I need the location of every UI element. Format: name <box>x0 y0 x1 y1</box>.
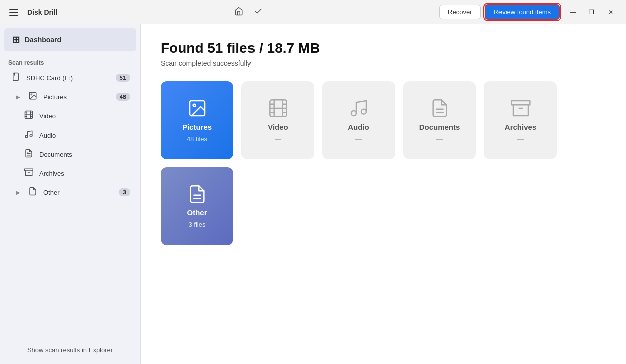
review-found-items-button[interactable]: Review found items <box>485 4 560 20</box>
video-card-count: — <box>275 135 281 143</box>
sidebar-item-video[interactable]: Video <box>2 106 138 126</box>
home-icon <box>234 7 243 16</box>
titlebar: Disk Drill Recover Review found items — … <box>0 0 626 24</box>
sdhc-label: SDHC Card (E:) <box>26 74 111 82</box>
video-card-icon <box>268 98 288 118</box>
svg-point-3 <box>31 94 32 95</box>
video-label: Video <box>39 112 130 120</box>
svg-rect-16 <box>25 169 33 171</box>
other-count: 3 <box>119 188 130 196</box>
documents-card-icon <box>430 98 450 118</box>
minimize-button[interactable]: — <box>564 4 582 20</box>
documents-icon <box>23 149 34 160</box>
audio-label: Audio <box>39 132 130 139</box>
show-scan-explorer-button[interactable]: Show scan results in Explorer <box>8 342 132 358</box>
scan-results-label: Scan results <box>0 55 140 68</box>
pictures-card-count: 48 files <box>187 135 207 143</box>
hamburger-menu[interactable] <box>6 6 21 19</box>
sidebar-item-documents[interactable]: Documents <box>2 145 138 164</box>
sidebar-item-dashboard[interactable]: ⊞ Dashboard <box>4 28 136 51</box>
pictures-card-icon <box>187 98 207 118</box>
audio-card-count: — <box>355 135 362 143</box>
pictures-chevron: ▶ <box>16 94 20 100</box>
sidebar-item-other[interactable]: ▶ Other 3 <box>2 183 138 202</box>
recover-button[interactable]: Recover <box>439 5 480 19</box>
sidebar-footer: Show scan results in Explorer <box>0 336 140 364</box>
svg-point-13 <box>30 135 32 137</box>
video-card-label: Video <box>268 123 288 131</box>
menu-icon <box>9 9 18 16</box>
svg-point-29 <box>361 109 366 114</box>
archives-label: Archives <box>39 170 130 177</box>
other-card[interactable]: Other 3 files <box>161 167 233 245</box>
documents-card[interactable]: Documents — <box>403 81 476 159</box>
dashboard-grid-icon: ⊞ <box>12 34 20 45</box>
check-icon <box>254 7 263 16</box>
titlebar-actions: Recover Review found items — ❐ ✕ <box>439 4 620 20</box>
other-card-label: Other <box>187 208 207 217</box>
scan-success-text: Scan completed successfully <box>161 59 606 67</box>
video-icon <box>23 110 34 122</box>
audio-card-label: Audio <box>348 123 369 131</box>
archives-card-label: Archives <box>505 123 536 131</box>
sidebar-item-pictures[interactable]: ▶ Pictures 48 <box>2 87 138 106</box>
svg-point-12 <box>25 135 28 138</box>
sidebar-item-archives[interactable]: Archives <box>2 164 138 183</box>
window-controls: — ❐ ✕ <box>564 4 620 20</box>
archives-icon <box>23 168 34 179</box>
svg-point-19 <box>193 104 195 106</box>
pictures-count: 48 <box>116 93 130 101</box>
home-button[interactable] <box>231 4 246 20</box>
pictures-card[interactable]: Pictures 48 files <box>161 81 233 159</box>
svg-rect-32 <box>511 101 530 105</box>
documents-card-count: — <box>436 135 443 143</box>
audio-card-icon <box>349 98 369 118</box>
sdhc-count: 51 <box>116 74 130 82</box>
maximize-button[interactable]: ❐ <box>583 4 601 20</box>
dashboard-label: Dashboard <box>25 36 61 44</box>
documents-card-label: Documents <box>419 123 460 131</box>
archives-card[interactable]: Archives — <box>484 81 557 159</box>
check-button[interactable] <box>251 4 266 20</box>
sidebar: ⊞ Dashboard Scan results SDHC Card (E:) … <box>0 24 141 364</box>
archives-card-icon <box>511 98 531 118</box>
video-card[interactable]: Video — <box>241 81 314 159</box>
sdhc-icon <box>10 72 21 83</box>
audio-icon <box>23 130 34 141</box>
other-chevron: ▶ <box>16 190 20 195</box>
svg-rect-0 <box>13 73 19 81</box>
documents-label: Documents <box>39 151 130 158</box>
main-layout: ⊞ Dashboard Scan results SDHC Card (E:) … <box>0 24 626 364</box>
sidebar-item-sdhc[interactable]: SDHC Card (E:) 51 <box>2 68 138 87</box>
main-content: Found 51 files / 18.7 MB Scan completed … <box>141 24 626 364</box>
found-title: Found 51 files / 18.7 MB <box>161 40 606 56</box>
svg-point-28 <box>351 111 356 116</box>
other-icon <box>27 187 38 198</box>
titlebar-left: Disk Drill <box>6 6 58 19</box>
other-card-count: 3 files <box>189 221 206 228</box>
sidebar-item-audio[interactable]: Audio <box>2 126 138 145</box>
pictures-label: Pictures <box>43 93 111 101</box>
other-card-icon <box>187 184 207 204</box>
titlebar-nav <box>231 4 266 20</box>
archives-card-count: — <box>517 135 524 143</box>
close-button[interactable]: ✕ <box>602 4 620 20</box>
other-label: Other <box>43 189 114 196</box>
file-type-cards: Pictures 48 files Video — <box>161 81 606 245</box>
pictures-icon <box>27 91 38 102</box>
app-title: Disk Drill <box>27 8 58 16</box>
audio-card[interactable]: Audio — <box>322 81 395 159</box>
pictures-card-label: Pictures <box>182 123 212 131</box>
